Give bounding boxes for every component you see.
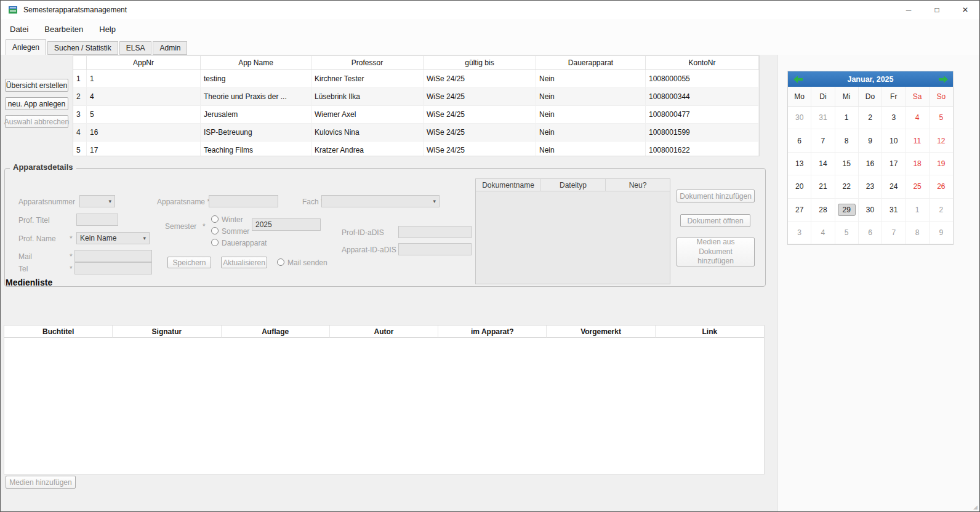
medien-hinzufuegen-button[interactable]: Medien hinzufügen [6,476,76,489]
doc-column-header-dokumentname[interactable]: Dokumentname [476,179,541,191]
auswahl-abbrechen-button[interactable]: Auswahl abbrechen [5,115,68,128]
calendar-day[interactable]: 4 [811,222,835,244]
calendar-day[interactable]: 1 [835,106,859,129]
calendar-day[interactable]: 14 [811,153,835,175]
calendar-day[interactable]: 6 [788,129,811,152]
apparat-id-adis-field[interactable] [398,243,472,255]
prof-name-select[interactable]: Kein Name ▾ [76,232,150,244]
column-header-professor[interactable]: Professor [311,56,424,70]
semester-year-field[interactable]: 2025 [252,218,321,231]
aktualisieren-button[interactable]: Aktualisieren [221,257,267,268]
calendar-day[interactable]: 9 [930,222,953,244]
doc-column-header-dateityp[interactable]: Dateityp [541,179,606,191]
tab-admin[interactable]: Admin [153,41,187,55]
calendar-day[interactable]: 30 [859,199,882,222]
calendar-day[interactable]: 8 [906,222,929,244]
column-header-dauerapparat[interactable]: Dauerapparat [536,56,646,70]
calendar-day[interactable]: 11 [906,129,929,152]
table-row[interactable]: 35JerusalemWiemer AxelWiSe 24/25Nein1008… [73,106,759,124]
calendar-day[interactable]: 13 [788,153,811,175]
calendar-day[interactable]: 27 [788,199,811,222]
calendar-day[interactable]: 3 [882,106,906,129]
calendar-day[interactable]: 6 [859,222,882,244]
calendar-day[interactable]: 16 [859,153,882,175]
minimize-button[interactable]: ─ [894,1,923,19]
winter-radio[interactable] [211,215,219,223]
calendar-day[interactable]: 2 [859,106,882,129]
calendar-day[interactable]: 19 [930,153,953,175]
prof-id-adis-field[interactable] [398,226,472,238]
calendar-day[interactable]: 10 [882,129,906,152]
calendar-day[interactable]: 18 [906,153,929,175]
media-column-header-buchtitel[interactable]: Buchtitel [4,326,113,338]
dokument-hinzufuegen-button[interactable]: Dokument hinzufügen [677,190,755,202]
calendar-day[interactable]: 5 [835,222,859,244]
menu-bearbeiten[interactable]: Bearbeiten [36,19,91,39]
dokument-oeffnen-button[interactable]: Dokument öffnen [680,214,750,227]
calendar-day[interactable]: 26 [930,175,953,198]
calendar-day[interactable]: 17 [882,153,906,175]
tab-suchen-statistik[interactable]: Suchen / Statistik [47,41,118,55]
media-column-header-link[interactable]: Link [656,326,764,338]
calendar-day[interactable]: 8 [835,129,859,152]
calendar-day[interactable]: 5 [930,106,953,129]
mail-senden-radio[interactable] [277,258,284,266]
mail-field[interactable] [74,250,152,262]
calendar-day[interactable]: 3 [788,222,811,244]
apparatsnummer-select[interactable]: ▾ [79,195,115,207]
table-row[interactable]: 416ISP-BetreuungKulovics NinaWiSe 24/25N… [73,124,759,142]
sommer-radio[interactable] [211,227,219,234]
calendar-day[interactable]: 31 [882,199,906,222]
media-column-header-auflage[interactable]: Auflage [222,326,330,338]
tab-anlegen[interactable]: Anlegen [6,39,46,55]
fach-select[interactable]: ▾ [321,195,440,207]
dauerapparat-radio[interactable] [211,239,219,246]
calendar-day[interactable]: 23 [859,175,882,198]
prev-month-icon[interactable] [791,74,805,84]
calendar-day[interactable]: 7 [882,222,906,244]
calendar-day[interactable]: 24 [882,175,906,198]
calendar-day[interactable]: 20 [788,175,811,198]
table-row[interactable]: 517Teaching FilmsKratzer AndreaWiSe 24/2… [73,142,759,156]
calendar-day[interactable]: 7 [811,129,835,152]
calendar-month-year[interactable]: Januar, 2025 [847,75,893,84]
doc-column-header-neu[interactable]: Neu? [606,179,670,191]
neu-app-anlegen-button[interactable]: neu. App anlegen [5,97,68,110]
calendar-day[interactable]: 29 [835,199,859,222]
calendar-day[interactable]: 25 [906,175,929,198]
calendar-day[interactable]: 30 [788,106,811,129]
column-header-kontonr[interactable]: KontoNr [646,56,759,70]
table-row[interactable]: 24Theorie und Praxis der ...Lüsebrink Il… [73,88,759,106]
close-button[interactable]: ✕ [951,1,979,19]
column-header-app-name[interactable]: App Name [201,56,311,70]
table-row[interactable]: 11testingKirchner TesterWiSe 24/25Nein10… [73,70,759,88]
calendar-day[interactable]: 2 [930,199,953,222]
prof-titel-field[interactable] [76,214,118,226]
column-header-appnr[interactable]: AppNr [87,56,201,70]
apparatsname-field[interactable] [209,195,278,207]
calendar-day[interactable]: 21 [811,175,835,198]
tab-elsa[interactable]: ELSA [119,41,152,55]
media-column-header-vorgemerkt[interactable]: Vorgemerkt [547,326,655,338]
medien-aus-dokument-button[interactable]: Medien aus Dokument hinzufügen [677,238,755,266]
calendar-day[interactable]: 28 [811,199,835,222]
maximize-button[interactable]: □ [923,1,951,19]
resize-grip[interactable]: ◢ [973,504,978,510]
column-header-gultig-bis[interactable]: gültig bis [424,56,536,70]
menu-datei[interactable]: Datei [2,19,36,39]
next-month-icon[interactable] [936,74,950,84]
calendar-day[interactable]: 22 [835,175,859,198]
calendar-day[interactable]: 4 [906,106,929,129]
media-column-header-signatur[interactable]: Signatur [113,326,221,338]
calendar-day[interactable]: 31 [811,106,835,129]
media-column-header-autor[interactable]: Autor [330,326,438,338]
speichern-button[interactable]: Speichern [167,257,211,268]
calendar-day[interactable]: 1 [906,199,929,222]
calendar-day[interactable]: 9 [859,129,882,152]
menu-help[interactable]: Help [91,19,124,39]
media-column-header-im-apparat[interactable]: im Apparat? [438,326,547,338]
calendar-day[interactable]: 15 [835,153,859,175]
calendar-day[interactable]: 12 [930,129,953,152]
ubersicht-erstellen-button[interactable]: Übersicht erstellen [5,79,68,92]
tel-field[interactable] [74,262,152,274]
